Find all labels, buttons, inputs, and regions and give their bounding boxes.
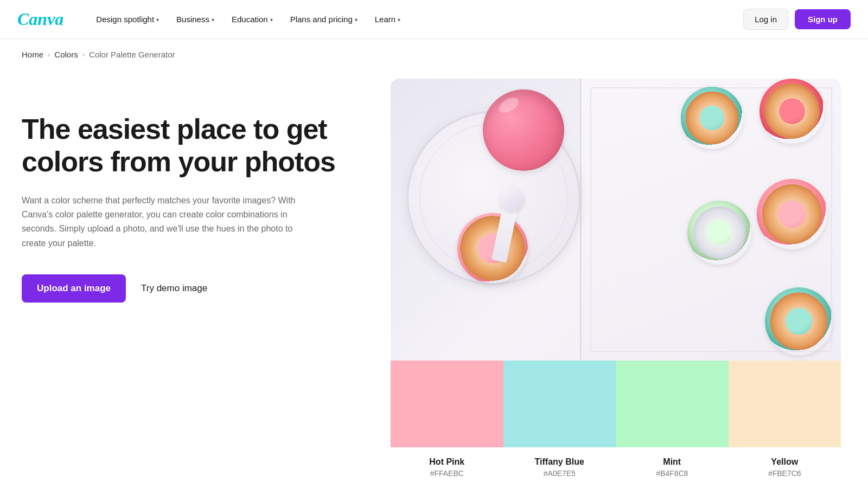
pink-bowl	[483, 89, 564, 171]
breadcrumb-sep-2: ›	[82, 50, 85, 59]
demo-image-container: Hot Pink #FFAEBC Tiffany Blue #A0E7E5 Mi…	[391, 79, 841, 482]
left-panel: The easiest place to get colors from you…	[22, 70, 391, 303]
right-panel: Hot Pink #FFAEBC Tiffany Blue #A0E7E5 Mi…	[391, 70, 846, 482]
try-demo-button[interactable]: Try demo image	[141, 283, 207, 294]
breadcrumb-home[interactable]: Home	[22, 50, 43, 59]
plate-donut	[457, 213, 528, 284]
nav-actions: Log in Sign up	[743, 9, 851, 30]
color-label-yellow: Yellow #FBE7C6	[729, 447, 841, 482]
chevron-down-icon: ▾	[270, 17, 273, 23]
color-label-tiffany-blue: Tiffany Blue #A0E7E5	[503, 447, 616, 482]
nav-learn[interactable]: Learn ▾	[368, 10, 407, 28]
swatch-mint	[616, 361, 729, 447]
donut-scene	[391, 79, 841, 361]
login-button[interactable]: Log in	[743, 9, 788, 30]
chevron-down-icon: ▾	[355, 17, 358, 23]
swatch-hot-pink	[391, 361, 503, 447]
main-container: The easiest place to get colors from you…	[0, 70, 868, 488]
color-name-yellow: Yellow	[733, 457, 837, 467]
donut-4	[687, 201, 751, 265]
chevron-down-icon: ▾	[398, 17, 400, 23]
signup-button[interactable]: Sign up	[795, 9, 851, 29]
swatch-yellow	[729, 361, 841, 447]
nav-business[interactable]: Business ▾	[170, 10, 221, 28]
breadcrumb-current: Color Palette Generator	[89, 50, 175, 59]
color-name-hot-pink: Hot Pink	[395, 457, 499, 467]
hero-description: Want a color scheme that perfectly match…	[22, 194, 304, 251]
swatch-tiffany-blue	[503, 361, 616, 447]
donut-2	[760, 79, 825, 144]
serving-tray	[580, 79, 841, 361]
breadcrumb: Home › Colors › Color Palette Generator	[0, 39, 868, 70]
nav-links: Design spotlight ▾ Business ▾ Education …	[90, 10, 743, 28]
upload-image-button[interactable]: Upload an image	[22, 274, 126, 303]
color-hex-tiffany-blue: #A0E7E5	[508, 469, 612, 478]
breadcrumb-sep-1: ›	[48, 50, 50, 59]
nav-design-spotlight[interactable]: Design spotlight ▾	[90, 10, 165, 28]
chevron-down-icon: ▾	[156, 17, 159, 23]
bowl-shine	[496, 94, 521, 115]
palette-swatches	[391, 361, 841, 447]
hero-title: The easiest place to get colors from you…	[22, 113, 358, 178]
demo-image	[391, 79, 841, 361]
nav-plans-pricing[interactable]: Plans and pricing ▾	[284, 10, 364, 28]
color-label-hot-pink: Hot Pink #FFAEBC	[391, 447, 503, 482]
color-hex-yellow: #FBE7C6	[733, 469, 837, 478]
color-name-mint: Mint	[620, 457, 724, 467]
color-name-tiffany-blue: Tiffany Blue	[508, 457, 612, 467]
chevron-down-icon: ▾	[212, 17, 214, 23]
color-hex-mint: #B4F8C8	[620, 469, 724, 478]
donut-3	[757, 179, 827, 249]
color-labels: Hot Pink #FFAEBC Tiffany Blue #A0E7E5 Mi…	[391, 447, 841, 482]
breadcrumb-colors[interactable]: Colors	[54, 50, 78, 59]
nav-education[interactable]: Education ▾	[225, 10, 279, 28]
navbar: Canva Design spotlight ▾ Business ▾ Educ…	[0, 0, 868, 39]
color-label-mint: Mint #B4F8C8	[616, 447, 729, 482]
cta-row: Upload an image Try demo image	[22, 274, 358, 303]
donut-5	[765, 287, 833, 355]
canva-logo[interactable]: Canva	[17, 9, 63, 29]
donut-1	[681, 87, 743, 149]
color-hex-hot-pink: #FFAEBC	[395, 469, 499, 478]
